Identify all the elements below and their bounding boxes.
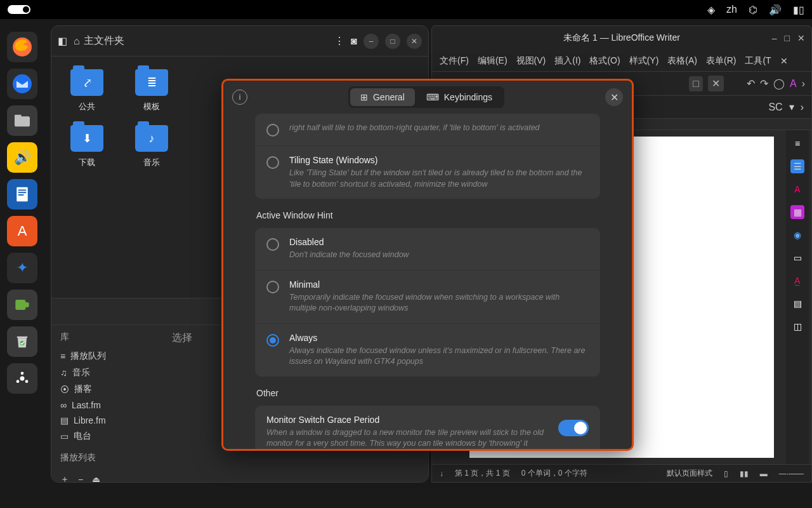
sidebar-item-music[interactable]: ♫音乐 xyxy=(60,364,157,381)
sidebar-item-queue[interactable]: ≡播放队列 xyxy=(60,348,157,364)
close-button[interactable]: ✕ xyxy=(407,34,422,49)
folder-item[interactable]: ≣ 模板 xyxy=(135,69,168,112)
maximize-button[interactable]: □ xyxy=(785,33,790,43)
tab-general[interactable]: ⊞ General xyxy=(350,88,415,106)
menu-table[interactable]: 表格(A) xyxy=(667,55,697,67)
dialog-headerbar: i ⊞ General ⌨ Keybindings ✕ xyxy=(223,81,632,114)
menu-tools[interactable]: 工具(T xyxy=(745,55,771,67)
view-book-icon[interactable]: ▬ xyxy=(760,469,768,478)
kebab-icon[interactable]: ⋮ xyxy=(334,35,344,47)
more-icon[interactable]: › xyxy=(802,78,805,90)
find-icon[interactable]: ◯ xyxy=(773,77,785,90)
sidebar-toggle-icon[interactable]: ◧ xyxy=(58,35,67,47)
redo-icon[interactable]: ↷ xyxy=(760,77,768,90)
sidebar-styles-icon[interactable]: A xyxy=(790,182,804,196)
radio-unselected[interactable] xyxy=(266,156,279,169)
option-hint-always[interactable]: Always Always indicate the focused windo… xyxy=(255,324,600,377)
option-hint-disabled[interactable]: Disabled Don't indicate the focused wind… xyxy=(255,228,600,271)
dock-show-apps[interactable] xyxy=(7,363,37,394)
menu-file[interactable]: 文件(F) xyxy=(440,55,469,67)
dialog-close-button[interactable]: ✕ xyxy=(605,88,623,106)
view-multi-icon[interactable]: ▮▮ xyxy=(740,469,749,478)
close-button[interactable]: ✕ xyxy=(797,33,805,43)
dock-app-trash[interactable] xyxy=(7,326,37,357)
sidebar-menu-icon[interactable]: ≡ xyxy=(790,137,804,150)
folder-label: 音乐 xyxy=(143,157,160,168)
undo-icon[interactable]: ↶ xyxy=(747,77,755,90)
sidebar-item-lastfm[interactable]: ∞Last.fm xyxy=(60,398,157,413)
radio-selected[interactable] xyxy=(266,334,279,347)
close-tab-icon[interactable]: ✕ xyxy=(780,56,788,66)
sidebar-page-icon[interactable]: ▭ xyxy=(790,251,804,265)
svg-point-1 xyxy=(13,74,32,93)
tab-close-icon[interactable]: □ xyxy=(689,76,703,91)
radio-unselected[interactable] xyxy=(266,238,279,251)
option-tiling-state-partial[interactable]: right half will tile to the bottom-right… xyxy=(255,114,600,146)
dock-app-writer[interactable] xyxy=(7,179,37,210)
network-icon[interactable]: ⌬ xyxy=(749,4,757,16)
dock-app-files[interactable] xyxy=(7,105,37,136)
option-tiling-state-windows[interactable]: Tiling State (Windows) Like 'Tiling Stat… xyxy=(255,146,600,199)
sidebar-item-podcast[interactable]: ⦿播客 xyxy=(60,381,157,398)
status-style[interactable]: 默认页面样式 xyxy=(667,468,712,479)
sidebar-changes-icon[interactable]: ▤ xyxy=(790,297,804,311)
menu-format[interactable]: 格式(O) xyxy=(589,55,620,67)
save-status-icon[interactable]: ↓ xyxy=(440,469,443,478)
menu-styles[interactable]: 样式(Y) xyxy=(629,55,659,67)
minimize-button[interactable]: – xyxy=(363,34,379,49)
option-desc: right half will tile to the bottom-right… xyxy=(289,123,589,134)
sidebar-gallery-icon[interactable]: ▦ xyxy=(790,205,804,219)
menu-insert[interactable]: 插入(I) xyxy=(554,55,580,67)
ime-indicator[interactable]: zh xyxy=(726,4,737,15)
tab-keybindings[interactable]: ⌨ Keybindings xyxy=(416,88,502,106)
activities-pill[interactable] xyxy=(8,5,30,14)
folder-item[interactable]: ⬇ 下载 xyxy=(70,125,103,168)
sidebar-inspector-icon[interactable]: A̲ xyxy=(790,274,804,288)
volume-icon[interactable]: 🔊 xyxy=(769,4,782,16)
dock-app-thunderbird[interactable] xyxy=(7,69,37,99)
format-icon[interactable]: A xyxy=(790,78,797,90)
radio-unselected[interactable] xyxy=(266,281,279,293)
dock-app-plugin[interactable]: ✦ xyxy=(7,253,37,283)
menu-view[interactable]: 视图(V) xyxy=(516,55,546,67)
dock-app-software[interactable]: A xyxy=(7,216,37,246)
sidebar-properties-icon[interactable]: ☰ xyxy=(790,159,804,173)
tab-close-icon2[interactable]: ✕ xyxy=(708,76,724,91)
option-monitor-grace[interactable]: Monitor Switch Grace Period When a windo… xyxy=(255,406,600,450)
sidebar-item-radio[interactable]: ▭电台 xyxy=(60,428,157,444)
maximize-button[interactable]: □ xyxy=(385,34,400,49)
option-hint-minimal[interactable]: Minimal Temporarily indicate the focused… xyxy=(255,271,600,324)
playlist-add-icon[interactable]: ＋ xyxy=(60,474,69,483)
toggle-on[interactable] xyxy=(558,420,589,436)
option-title: Tiling State (Windows) xyxy=(289,155,589,165)
zoom-slider[interactable]: —·—— xyxy=(779,469,804,478)
more-icon[interactable]: › xyxy=(801,102,804,113)
folder-item[interactable]: ⤤ 公共 xyxy=(70,69,103,112)
playlist-eject-icon[interactable]: ⏏ xyxy=(92,474,100,483)
sidebar-accessibility-icon[interactable]: ◫ xyxy=(790,319,804,333)
dock-app-rhythmbox[interactable]: 🔊 xyxy=(7,142,37,173)
playlist-remove-icon[interactable]: − xyxy=(78,474,83,483)
radio-unselected[interactable] xyxy=(266,124,279,137)
info-icon[interactable]: i xyxy=(232,90,247,105)
privacy-icon[interactable]: ◈ xyxy=(707,4,715,16)
menu-form[interactable]: 表单(R) xyxy=(706,55,736,67)
camera-icon[interactable]: ◙ xyxy=(351,36,357,47)
style-name[interactable]: SC xyxy=(768,102,782,113)
menu-edit[interactable]: 编辑(E) xyxy=(478,55,508,67)
dock-app-firefox[interactable] xyxy=(7,32,37,62)
rss-icon: ⦿ xyxy=(60,384,69,394)
folder-label: 下载 xyxy=(79,157,95,168)
chevron-down-icon[interactable]: ▾ xyxy=(789,101,794,113)
svg-point-15 xyxy=(25,380,29,383)
folder-item[interactable]: ♪ 音乐 xyxy=(135,125,168,168)
radio-icon: ▭ xyxy=(60,431,69,441)
sidebar-navigator-icon[interactable]: ◉ xyxy=(790,228,804,242)
sidebar-item-librefm[interactable]: ▤Libre.fm xyxy=(60,413,157,428)
minimize-button[interactable]: – xyxy=(772,33,777,43)
power-icon[interactable]: ▮▯ xyxy=(793,4,804,16)
dock-app-extensions[interactable] xyxy=(7,290,37,320)
dialog-body[interactable]: right half will tile to the bottom-right… xyxy=(223,114,632,449)
playlist-heading: 播放列表 xyxy=(60,452,157,464)
view-single-icon[interactable]: ▯ xyxy=(724,469,728,478)
